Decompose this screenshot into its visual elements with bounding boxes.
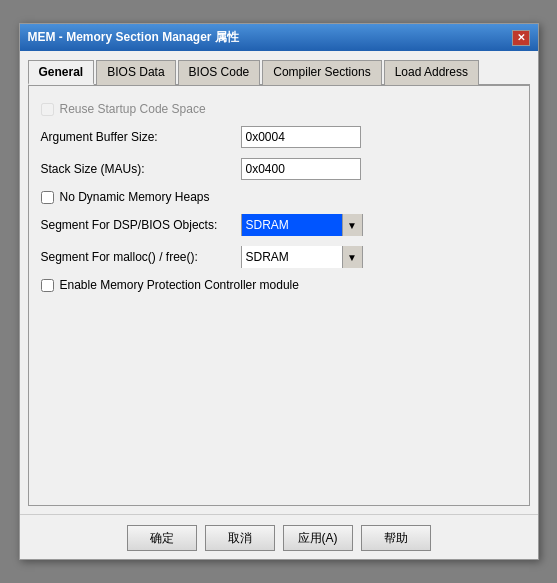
stack-size-input[interactable] — [241, 158, 361, 180]
segment-dsp-label: Segment For DSP/BIOS Objects: — [41, 218, 241, 232]
button-row: 确定 取消 应用(A) 帮助 — [20, 514, 538, 559]
segment-malloc-row: Segment For malloc() / free(): SDRAM SRA… — [41, 246, 517, 268]
argument-buffer-input[interactable] — [241, 126, 361, 148]
main-window: MEM - Memory Section Manager 属性 ✕ Genera… — [19, 23, 539, 560]
no-dynamic-memory-checkbox[interactable] — [41, 191, 54, 204]
segment-dsp-arrow[interactable]: ▼ — [342, 214, 362, 236]
tab-bios-data[interactable]: BIOS Data — [96, 60, 175, 85]
segment-dsp-dropdown-wrapper: SDRAM SRAM FLASH ▼ — [241, 214, 363, 236]
general-panel: Reuse Startup Code Space Argument Buffer… — [28, 86, 530, 506]
argument-buffer-label: Argument Buffer Size: — [41, 130, 241, 144]
segment-malloc-label: Segment For malloc() / free(): — [41, 250, 241, 264]
enable-memory-protection-label: Enable Memory Protection Controller modu… — [60, 278, 299, 292]
title-bar: MEM - Memory Section Manager 属性 ✕ — [20, 24, 538, 51]
enable-memory-protection-row: Enable Memory Protection Controller modu… — [41, 278, 517, 292]
title-bar-buttons: ✕ — [512, 30, 530, 46]
enable-memory-protection-checkbox[interactable] — [41, 279, 54, 292]
apply-button[interactable]: 应用(A) — [283, 525, 353, 551]
no-dynamic-memory-label: No Dynamic Memory Heaps — [60, 190, 210, 204]
reuse-startup-checkbox — [41, 103, 54, 116]
reuse-startup-label: Reuse Startup Code Space — [60, 102, 206, 116]
tab-bios-code[interactable]: BIOS Code — [178, 60, 261, 85]
stack-size-row: Stack Size (MAUs): — [41, 158, 517, 180]
reuse-startup-row: Reuse Startup Code Space — [41, 102, 517, 116]
window-title: MEM - Memory Section Manager 属性 — [28, 29, 239, 46]
close-button[interactable]: ✕ — [512, 30, 530, 46]
tab-bar: General BIOS Data BIOS Code Compiler Sec… — [28, 59, 530, 86]
segment-malloc-arrow[interactable]: ▼ — [342, 246, 362, 268]
content-area: General BIOS Data BIOS Code Compiler Sec… — [20, 51, 538, 514]
stack-size-label: Stack Size (MAUs): — [41, 162, 241, 176]
segment-dsp-select[interactable]: SDRAM SRAM FLASH — [242, 214, 342, 236]
segment-malloc-select[interactable]: SDRAM SRAM FLASH — [242, 246, 342, 268]
segment-malloc-dropdown-wrapper: SDRAM SRAM FLASH ▼ — [241, 246, 363, 268]
tab-general[interactable]: General — [28, 60, 95, 85]
tab-compiler-sections[interactable]: Compiler Sections — [262, 60, 381, 85]
segment-dsp-row: Segment For DSP/BIOS Objects: SDRAM SRAM… — [41, 214, 517, 236]
tab-load-address[interactable]: Load Address — [384, 60, 479, 85]
no-dynamic-memory-row: No Dynamic Memory Heaps — [41, 190, 517, 204]
ok-button[interactable]: 确定 — [127, 525, 197, 551]
cancel-button[interactable]: 取消 — [205, 525, 275, 551]
argument-buffer-row: Argument Buffer Size: — [41, 126, 517, 148]
help-button[interactable]: 帮助 — [361, 525, 431, 551]
